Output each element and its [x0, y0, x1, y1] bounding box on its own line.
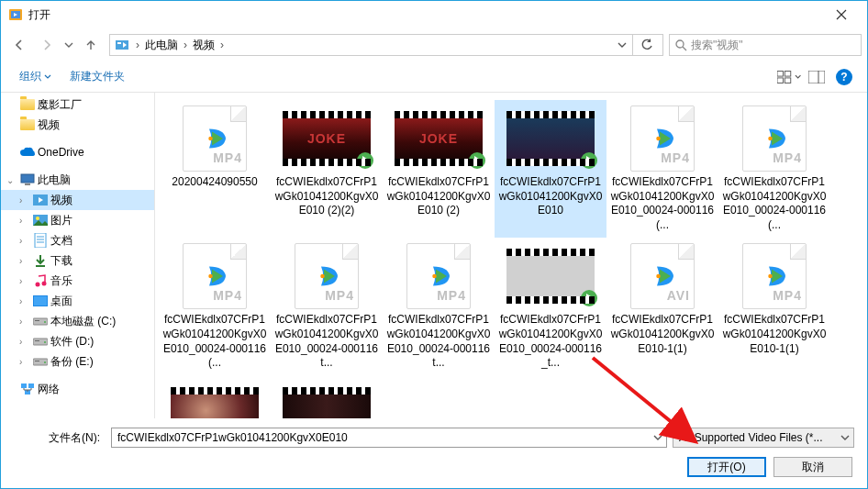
- file-item[interactable]: fcCWIEkdlx07CFrP1wGk01041200KgvX0E010: [495, 100, 606, 238]
- sidebar-item-label: 桌面: [50, 294, 72, 309]
- breadcrumb[interactable]: › 此电脑 › 视频 ›: [109, 34, 663, 56]
- sidebar-item[interactable]: ›本地磁盘 (C:): [1, 311, 154, 331]
- file-item[interactable]: MP4fcCWIEkdlx07CFrP1wGk01041200KgvX0E010…: [606, 100, 718, 238]
- preview-pane-button[interactable]: [805, 65, 829, 89]
- svg-rect-19: [35, 233, 46, 248]
- open-button[interactable]: 打开(O): [687, 457, 766, 477]
- sidebar-item-label: 视频: [38, 117, 60, 133]
- sidebar-item-label: 视频: [50, 193, 72, 208]
- toolbar: 组织 新建文件夹 ?: [1, 61, 867, 93]
- sidebar-item[interactable]: ›桌面: [1, 291, 154, 311]
- file-name: fcCWIEkdlx07CFrP1wGk01041200KgvX0E010 (2…: [386, 175, 491, 218]
- onedrive-icon: [20, 145, 35, 160]
- file-type-filter[interactable]: All Supported Video Files (*...: [673, 428, 854, 448]
- sidebar-item[interactable]: ›下载: [1, 250, 154, 271]
- sidebar-item[interactable]: ⌄此电脑: [1, 170, 154, 190]
- chevron-right-icon: ›: [217, 39, 228, 51]
- back-button[interactable]: [6, 32, 32, 58]
- window-title: 打开: [28, 7, 823, 23]
- breadcrumb-item[interactable]: 此电脑: [143, 38, 180, 53]
- up-button[interactable]: [78, 32, 104, 58]
- main-area: 魔影工厂视频OneDrive⌄此电脑›视频›图片›文档›下载›音乐›桌面›本地磁…: [1, 93, 867, 418]
- recent-dropdown-icon[interactable]: [61, 32, 76, 58]
- search-input[interactable]: 搜索"视频": [669, 34, 862, 56]
- svg-point-41: [208, 137, 213, 141]
- file-name: fcCWIEkdlx07CFrP1wGk01041200KgvX0E010: [498, 175, 603, 218]
- chevron-down-icon[interactable]: [840, 433, 850, 442]
- view-mode-button[interactable]: [777, 65, 801, 89]
- help-button[interactable]: ?: [832, 65, 856, 89]
- sidebar-item-label: 图片: [50, 213, 72, 228]
- file-thumbnail: MP4: [171, 243, 259, 309]
- svg-rect-38: [28, 383, 34, 388]
- organize-button[interactable]: 组织: [12, 65, 59, 88]
- drive-icon: [33, 314, 48, 328]
- sidebar-item[interactable]: ›文档: [1, 230, 154, 250]
- forward-button[interactable]: [34, 32, 60, 58]
- sidebar-item[interactable]: ›备份 (E:): [1, 351, 154, 372]
- sidebar-item[interactable]: ›图片: [1, 210, 154, 230]
- file-thumbnail: MP4: [171, 106, 259, 172]
- help-icon: ?: [836, 69, 852, 85]
- file-name: fcCWIEkdlx07CFrP1wGk01041200KgvX0E010-1(…: [722, 313, 827, 356]
- file-item[interactable]: AVIfcCWIEkdlx07CFrP1wGk01041200KgvX0E010…: [606, 238, 718, 375]
- svg-rect-14: [25, 183, 30, 185]
- folder-icon: [20, 117, 35, 132]
- breadcrumb-item[interactable]: 视频: [191, 38, 217, 53]
- refresh-button[interactable]: [632, 35, 661, 55]
- file-name: fcCWIEkdlx07CFrP1wGk01041200KgvX0E010 (2…: [274, 175, 379, 218]
- file-item[interactable]: fcCWIEkdlx07CFrP1wGk01041200KgvX0E010-1(…: [271, 376, 383, 418]
- filename-input[interactable]: fcCWIEkdlx07CFrP1wGk01041200KgvX0E010: [111, 428, 667, 448]
- sidebar-item[interactable]: 魔影工厂: [1, 94, 154, 115]
- svg-point-43: [469, 152, 485, 169]
- expand-icon: ›: [19, 256, 30, 266]
- sidebar-item[interactable]: 网络: [1, 379, 154, 399]
- sidebar-item-label: 网络: [38, 382, 60, 397]
- svg-point-59: [768, 274, 773, 279]
- cancel-button[interactable]: 取消: [773, 457, 852, 477]
- file-thumbnail: [506, 243, 595, 309]
- expand-icon: ›: [19, 216, 30, 226]
- file-item[interactable]: MP420200424090550: [159, 100, 271, 238]
- new-folder-button[interactable]: 新建文件夹: [62, 65, 132, 88]
- file-name: fcCWIEkdlx07CFrP1wGk01041200KgvX0E010_00…: [722, 175, 827, 232]
- file-item[interactable]: fcCWIEkdlx07CFrP1wGk01041200KgvX0E010_00…: [495, 238, 606, 375]
- location-icon: [114, 37, 130, 53]
- close-button[interactable]: [823, 2, 860, 28]
- sidebar-item[interactable]: ›音乐: [1, 271, 154, 291]
- breadcrumb-dropdown-icon[interactable]: [612, 40, 632, 50]
- desktop-icon: [33, 294, 48, 308]
- file-item[interactable]: MP4fcCWIEkdlx07CFrP1wGk01041200KgvX0E010…: [159, 238, 271, 375]
- bottom-bar: 文件名(N): fcCWIEkdlx07CFrP1wGk01041200KgvX…: [1, 418, 867, 488]
- expand-icon: ›: [19, 317, 30, 327]
- sidebar-item-label: 此电脑: [38, 172, 71, 188]
- file-item[interactable]: MP4fcCWIEkdlx07CFrP1wGk01041200KgvX0E010…: [383, 238, 495, 375]
- svg-point-18: [36, 217, 39, 220]
- file-name: fcCWIEkdlx07CFrP1wGk01041200KgvX0E010_00…: [162, 313, 267, 370]
- file-thumbnail: MP4: [730, 243, 818, 309]
- file-name: fcCWIEkdlx07CFrP1wGk01041200KgvX0E010_00…: [386, 313, 491, 370]
- file-item[interactable]: fcCWIEkdlx07CFrP1wGk01041200KgvX0E010-1(…: [159, 376, 271, 418]
- sidebar-item-label: 备份 (E:): [50, 354, 94, 370]
- drive-icon: [33, 354, 48, 369]
- app-icon: [8, 7, 23, 22]
- file-thumbnail: AVI: [618, 243, 707, 309]
- sidebar-item[interactable]: 视频: [1, 115, 154, 135]
- file-item[interactable]: MP4fcCWIEkdlx07CFrP1wGk01041200KgvX0E010…: [718, 238, 830, 375]
- sidebar-item[interactable]: ›软件 (D:): [1, 331, 154, 351]
- file-item[interactable]: MP4fcCWIEkdlx07CFrP1wGk01041200KgvX0E010…: [718, 100, 830, 238]
- svg-point-57: [656, 274, 661, 279]
- chevron-down-icon[interactable]: [653, 433, 662, 442]
- file-thumbnail: [506, 106, 595, 172]
- sidebar-item[interactable]: OneDrive: [1, 142, 154, 162]
- sidebar: 魔影工厂视频OneDrive⌄此电脑›视频›图片›文档›下载›音乐›桌面›本地磁…: [1, 93, 155, 418]
- file-item[interactable]: JOKEfcCWIEkdlx07CFrP1wGk01041200KgvX0E01…: [271, 100, 383, 238]
- file-thumbnail: MP4: [730, 106, 818, 172]
- sidebar-item[interactable]: ›视频: [1, 190, 154, 210]
- documents-icon: [33, 233, 48, 248]
- file-item[interactable]: JOKEfcCWIEkdlx07CFrP1wGk01041200KgvX0E01…: [383, 100, 495, 238]
- svg-rect-35: [35, 361, 39, 361]
- file-item[interactable]: MP4fcCWIEkdlx07CFrP1wGk01041200KgvX0E010…: [271, 238, 383, 375]
- svg-point-48: [768, 137, 773, 141]
- expand-icon: ›: [19, 357, 30, 367]
